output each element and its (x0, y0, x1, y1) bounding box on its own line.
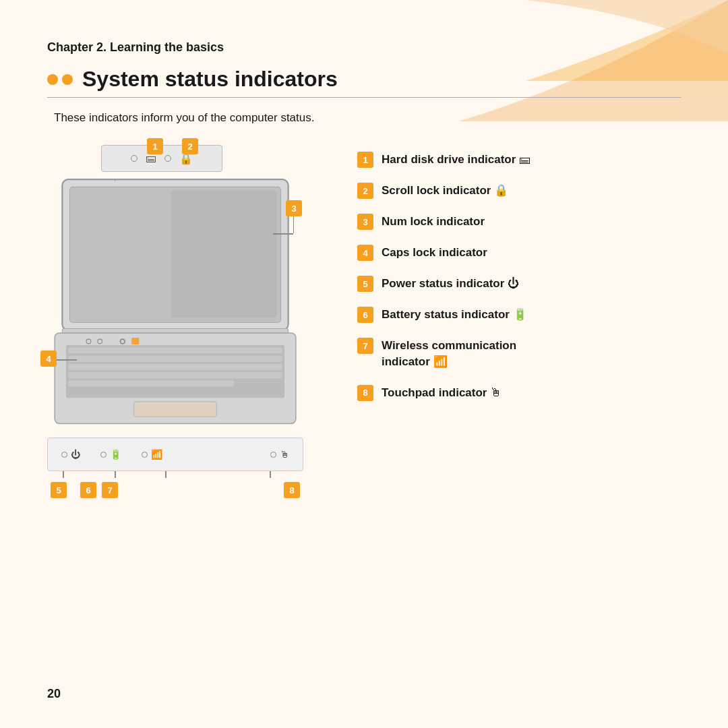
item-badge-3: 3 (357, 214, 373, 230)
item-label-1: Hard disk drive indicator 🖴 (382, 152, 530, 168)
status-item-5: ⏻ (61, 449, 80, 460)
diagram-area: 1 2 🖴 🔒 3 (47, 145, 303, 498)
indicator-item-6: 6 Battery status indicator 🔋 (357, 307, 681, 323)
bottom-labels-row: 5 6 7 8 (47, 471, 303, 498)
laptop-diagram: 1 2 🖴 🔒 3 (47, 145, 330, 498)
wireless-icon: 📶 (151, 449, 162, 460)
top-bar-area: 1 2 🖴 🔒 (101, 145, 303, 172)
laptop-svg: Lenovo (47, 172, 303, 428)
indicator-circle-1 (131, 155, 138, 162)
badge-5: 5 (51, 482, 67, 498)
spacer2 (118, 482, 284, 498)
indicator-item-2: 2 Scroll lock indicator 🔒 (357, 183, 681, 199)
item-badge-6: 6 (357, 307, 373, 323)
battery-icon: 🔋 (110, 449, 121, 460)
page-number: 20 (47, 687, 61, 701)
item-label-2: Scroll lock indicator 🔒 (382, 183, 508, 199)
indicator-item-3: 3 Num lock indicator (357, 214, 681, 230)
badge-1: 1 (147, 138, 163, 154)
svg-rect-18 (131, 338, 139, 344)
chapter-title: Chapter 2. Learning the basics (47, 40, 681, 55)
item-label-4: Caps lock indicator (382, 245, 487, 261)
item-badge-5: 5 (357, 276, 373, 292)
item-label-3: Num lock indicator (382, 214, 485, 230)
indicators-list: 1 Hard disk drive indicator 🖴 2 Scroll l… (357, 145, 681, 416)
dot-1 (47, 74, 58, 85)
badge-4: 4 (40, 351, 57, 367)
laptop-body-container: 3 4 (47, 172, 303, 431)
badge-3: 3 (286, 200, 302, 216)
touchpad-circle (270, 452, 276, 458)
badge-8: 8 (284, 482, 300, 498)
section-dots (47, 74, 73, 85)
power-circle (61, 452, 67, 458)
badge-6: 6 (80, 482, 96, 498)
svg-rect-9 (68, 347, 282, 353)
status-item-7: 📶 (142, 449, 162, 460)
battery-circle (100, 452, 107, 458)
badge-7: 7 (102, 482, 118, 498)
item-label-5: Power status indicator ⏻ (382, 276, 519, 292)
indicator-item-1: 1 Hard disk drive indicator 🖴 (357, 152, 681, 168)
bottom-status-bar: ⏻ 🔋 📶 🖱 (47, 437, 303, 471)
svg-rect-11 (68, 364, 282, 370)
svg-rect-10 (68, 356, 282, 362)
status-item-8: 🖱 (270, 449, 289, 460)
svg-rect-13 (68, 381, 234, 387)
svg-rect-6 (62, 328, 288, 333)
section-description: These indicators inform you of the compu… (54, 111, 681, 125)
wireless-circle (142, 452, 148, 458)
indicator-circle-2 (164, 155, 171, 162)
indicator-item-4: 4 Caps lock indicator (357, 245, 681, 261)
badge-2: 2 (182, 138, 198, 154)
item-badge-4: 4 (357, 245, 373, 261)
svg-rect-3 (73, 191, 171, 317)
indicator-item-8: 8 Touchpad indicator 🖱 (357, 385, 681, 401)
touchpad-icon: 🖱 (280, 449, 289, 460)
section-header: System status indicators (47, 67, 681, 98)
badge-row: 5 6 7 8 (47, 477, 303, 498)
item-label-6: Battery status indicator 🔋 (382, 307, 527, 323)
svg-rect-14 (134, 402, 217, 417)
indicator-item-7: 7 Wireless communicationindicator 📶 (357, 338, 681, 370)
item-badge-8: 8 (357, 385, 373, 401)
item-label-7: Wireless communicationindicator 📶 (382, 338, 516, 370)
power-icon: ⏻ (71, 449, 80, 460)
status-item-6: 🔋 (100, 449, 121, 460)
dot-2 (62, 74, 73, 85)
item-label-8: Touchpad indicator 🖱 (382, 385, 502, 401)
section-title: System status indicators (82, 67, 338, 92)
item-badge-1: 1 (357, 152, 373, 168)
item-badge-7: 7 (357, 338, 373, 354)
main-layout: 1 2 🖴 🔒 3 (47, 145, 681, 498)
item-badge-2: 2 (357, 183, 373, 199)
indicator-item-5: 5 Power status indicator ⏻ (357, 276, 681, 292)
svg-rect-12 (68, 372, 282, 378)
bottom-section: ⏻ 🔋 📶 🖱 (47, 437, 303, 498)
